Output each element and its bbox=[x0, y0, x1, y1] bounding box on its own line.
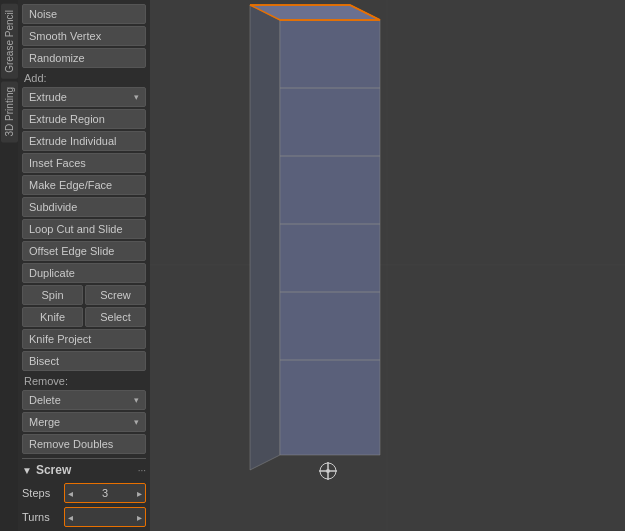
3d-printing-tab[interactable]: 3D Printing bbox=[1, 81, 18, 142]
steps-arrow-right[interactable]: ▸ bbox=[134, 488, 145, 499]
3d-scene bbox=[150, 0, 625, 531]
spin-screw-row: Spin Screw bbox=[22, 285, 146, 305]
svg-marker-4 bbox=[280, 20, 380, 455]
delete-dropdown[interactable]: Delete ▾ bbox=[22, 390, 146, 410]
extrude-region-button[interactable]: Extrude Region bbox=[22, 109, 146, 129]
viewport[interactable] bbox=[150, 0, 625, 531]
remove-doubles-button[interactable]: Remove Doubles bbox=[22, 434, 146, 454]
merge-dropdown[interactable]: Merge ▾ bbox=[22, 412, 146, 432]
steps-input[interactable]: ◂ 3 ▸ bbox=[64, 483, 146, 503]
extrude-individual-button[interactable]: Extrude Individual bbox=[22, 131, 146, 151]
turns-arrow-left[interactable]: ◂ bbox=[65, 512, 76, 523]
svg-point-17 bbox=[326, 469, 330, 473]
smooth-vertex-button[interactable]: Smooth Vertex bbox=[22, 26, 146, 46]
make-edge-face-button[interactable]: Make Edge/Face bbox=[22, 175, 146, 195]
randomize-button[interactable]: Randomize bbox=[22, 48, 146, 68]
turns-input[interactable]: ◂ ▸ bbox=[64, 507, 146, 527]
grease-pencil-tab[interactable]: Grease Pencil bbox=[1, 4, 18, 79]
inset-faces-button[interactable]: Inset Faces bbox=[22, 153, 146, 173]
turns-row: Turns ◂ ▸ bbox=[22, 507, 146, 527]
extrude-dropdown[interactable]: Extrude ▾ bbox=[22, 87, 146, 107]
screw-triangle-icon: ▼ bbox=[22, 465, 32, 476]
delete-dropdown-value: Delete bbox=[29, 394, 61, 406]
knife-select-row: Knife Select bbox=[22, 307, 146, 327]
panel-content: Noise Smooth Vertex Randomize Add: Extru… bbox=[18, 0, 150, 531]
turns-arrow-right[interactable]: ▸ bbox=[134, 512, 145, 523]
bisect-button[interactable]: Bisect bbox=[22, 351, 146, 371]
side-tabs: Grease Pencil 3D Printing bbox=[0, 0, 18, 531]
noise-button[interactable]: Noise bbox=[22, 4, 146, 24]
duplicate-button[interactable]: Duplicate bbox=[22, 263, 146, 283]
remove-section-label: Remove: bbox=[24, 375, 146, 387]
add-section-label: Add: bbox=[24, 72, 146, 84]
turns-label: Turns bbox=[22, 511, 64, 523]
extrude-dropdown-arrow: ▾ bbox=[134, 92, 139, 102]
screw-title: Screw bbox=[36, 463, 71, 477]
steps-value: 3 bbox=[76, 487, 134, 499]
loop-cut-button[interactable]: Loop Cut and Slide bbox=[22, 219, 146, 239]
steps-label: Steps bbox=[22, 487, 64, 499]
spin-button[interactable]: Spin bbox=[22, 285, 83, 305]
merge-dropdown-value: Merge bbox=[29, 416, 60, 428]
knife-project-button[interactable]: Knife Project bbox=[22, 329, 146, 349]
steps-row: Steps ◂ 3 ▸ bbox=[22, 483, 146, 503]
svg-marker-3 bbox=[250, 5, 280, 470]
extrude-dropdown-value: Extrude bbox=[29, 91, 67, 103]
knife-button[interactable]: Knife bbox=[22, 307, 83, 327]
steps-arrow-left[interactable]: ◂ bbox=[65, 488, 76, 499]
screw-button[interactable]: Screw bbox=[85, 285, 146, 305]
delete-dropdown-arrow: ▾ bbox=[134, 395, 139, 405]
offset-edge-button[interactable]: Offset Edge Slide bbox=[22, 241, 146, 261]
screw-panel: ▼ Screw ··· Steps ◂ 3 ▸ Turns ◂ ▸ bbox=[22, 458, 146, 527]
merge-dropdown-arrow: ▾ bbox=[134, 417, 139, 427]
subdivide-button[interactable]: Subdivide bbox=[22, 197, 146, 217]
screw-dots: ··· bbox=[138, 465, 146, 476]
screw-panel-header[interactable]: ▼ Screw ··· bbox=[22, 463, 146, 477]
select-button[interactable]: Select bbox=[85, 307, 146, 327]
sidebar: Grease Pencil 3D Printing Noise Smooth V… bbox=[0, 0, 150, 531]
